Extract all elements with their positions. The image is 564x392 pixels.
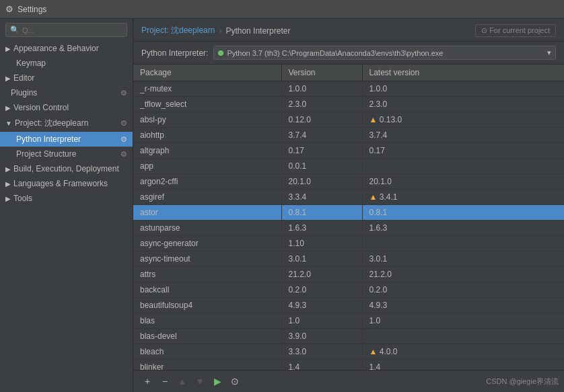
gear-icon-python-interpreter: ⚙	[120, 135, 127, 144]
sidebar-item-project[interactable]: ▼Project: 沈deeplearn ⚙	[0, 115, 133, 132]
table-row[interactable]: bleach3.3.0▲ 4.0.0	[133, 344, 564, 360]
interpreter-value: Python 3.7 (th3) C:\ProgramData\Anaconda…	[227, 49, 443, 57]
table-row[interactable]: backcall0.2.00.2.0	[133, 282, 564, 298]
table-row[interactable]: asgiref3.3.4▲ 3.4.1	[133, 190, 564, 205]
table-row[interactable]: blas-devel3.9.0	[133, 329, 564, 344]
cell-latest: 1.4	[362, 360, 564, 370]
cell-package: _r-mutex	[133, 81, 281, 97]
table-row[interactable]: blinker1.41.4	[133, 360, 564, 370]
table-row[interactable]: _tflow_select2.3.02.3.0	[133, 97, 564, 112]
cell-package: attrs	[133, 267, 281, 282]
table-row[interactable]: async-generator1.10	[133, 236, 564, 251]
packages-table: Package Version Latest version _r-mutex1…	[133, 65, 564, 370]
breadcrumb: Project: 沈deeplearn › Python Interpreter…	[133, 19, 564, 42]
table-row[interactable]: async-timeout3.0.13.0.1	[133, 251, 564, 267]
cell-version: 3.9.0	[281, 329, 362, 344]
settings-icon: ⚙	[5, 4, 13, 14]
cell-package: absl-py	[133, 112, 281, 128]
interpreter-label: Python Interpreter:	[141, 48, 208, 58]
col-header-version: Version	[281, 65, 362, 81]
cell-latest: 1.0.0	[362, 81, 564, 97]
table-row[interactable]: astunparse1.6.31.6.3	[133, 221, 564, 236]
chevron-down-icon: ▼	[5, 120, 12, 127]
add-package-button[interactable]: +	[140, 374, 155, 389]
remove-package-button[interactable]: −	[157, 374, 172, 389]
cell-version: 3.3.0	[281, 344, 362, 360]
table-header-row: Package Version Latest version	[133, 65, 564, 81]
cell-package: bleach	[133, 344, 281, 360]
sidebar-item-project-label: Project: 沈deeplearn	[15, 118, 88, 128]
run-button[interactable]: ▶	[210, 374, 225, 389]
cell-version: 1.4	[281, 360, 362, 370]
right-panel: Project: 沈deeplearn › Python Interpreter…	[133, 19, 564, 392]
chevron-right-icon-2: ▶	[5, 75, 11, 82]
cell-package: blas-devel	[133, 329, 281, 344]
table-row[interactable]: _r-mutex1.0.01.0.0	[133, 81, 564, 97]
cell-latest	[362, 236, 564, 251]
col-header-latest: Latest version	[362, 65, 564, 81]
cell-package: argon2-cffi	[133, 174, 281, 190]
sidebar-item-build-exec-label: Build, Execution, Deployment	[13, 164, 119, 173]
interpreter-select-left: Python 3.7 (th3) C:\ProgramData\Anaconda…	[218, 49, 443, 57]
cell-latest: ▲ 0.13.0	[362, 112, 564, 128]
sidebar-item-project-structure[interactable]: Project Structure ⚙	[0, 147, 133, 161]
chevron-right-icon: ▶	[5, 45, 11, 52]
gear-icon-project: ⚙	[120, 119, 127, 128]
cell-version: 4.9.3	[281, 298, 362, 313]
sidebar-item-editor[interactable]: ▶Editor	[0, 71, 133, 85]
cell-package: altgraph	[133, 143, 281, 159]
breadcrumb-project[interactable]: Project: 沈deeplearn	[141, 25, 215, 36]
for-current-project-button[interactable]: ⊙ For current project	[475, 24, 556, 37]
packages-tbody: _r-mutex1.0.01.0.0_tflow_select2.3.02.3.…	[133, 81, 564, 370]
chevron-right-icon-3: ▶	[5, 104, 11, 112]
sidebar-item-plugins[interactable]: Plugins ⚙	[0, 85, 133, 100]
table-row[interactable]: attrs21.2.021.2.0	[133, 267, 564, 282]
cell-latest	[362, 159, 564, 174]
cell-latest: 20.1.0	[362, 174, 564, 190]
sidebar-item-keymap-label: Keymap	[16, 58, 46, 68]
cell-latest	[362, 329, 564, 344]
packages-table-container[interactable]: Package Version Latest version _r-mutex1…	[133, 65, 564, 370]
sidebar-item-tools[interactable]: ▶Tools	[0, 191, 133, 206]
cell-package: blas	[133, 313, 281, 329]
chevron-right-icon-5: ▶	[5, 180, 11, 188]
title-bar: ⚙ Settings	[0, 0, 564, 19]
sidebar-item-project-structure-label: Project Structure	[16, 149, 76, 159]
sidebar-item-languages-label: Languages & Frameworks	[13, 179, 108, 188]
cell-package: blinker	[133, 360, 281, 370]
table-row[interactable]: absl-py0.12.0▲ 0.13.0	[133, 112, 564, 128]
cell-latest: 2.3.0	[362, 97, 564, 112]
interpreter-select[interactable]: Python 3.7 (th3) C:\ProgramData\Anaconda…	[213, 46, 556, 60]
table-row[interactable]: altgraph0.170.17	[133, 143, 564, 159]
table-row[interactable]: blas1.01.0	[133, 313, 564, 329]
breadcrumb-separator: ›	[219, 26, 221, 36]
table-row[interactable]: astor0.8.10.8.1	[133, 205, 564, 221]
sidebar-item-appearance-label: Appearance & Behavior	[13, 44, 99, 53]
table-row[interactable]: argon2-cffi20.1.020.1.0	[133, 174, 564, 190]
table-row[interactable]: app0.0.1	[133, 159, 564, 174]
cell-latest: ▲ 4.0.0	[362, 344, 564, 360]
cell-package: astunparse	[133, 221, 281, 236]
cell-version: 3.0.1	[281, 251, 362, 267]
sidebar-item-keymap[interactable]: Keymap	[0, 56, 133, 71]
sidebar-item-version-control[interactable]: ▶Version Control	[0, 100, 133, 115]
move-down-button[interactable]: ▼	[192, 374, 207, 389]
cell-version: 1.10	[281, 236, 362, 251]
table-row[interactable]: aiohttp3.7.43.7.4	[133, 128, 564, 143]
watermark: CSDN @giegie界清流	[486, 377, 559, 387]
cell-package: astor	[133, 205, 281, 221]
table-row[interactable]: beautifulsoup44.9.34.9.3	[133, 298, 564, 313]
cell-version: 0.8.1	[281, 205, 362, 221]
search-input[interactable]	[22, 26, 122, 34]
sidebar-item-appearance[interactable]: ▶Appearance & Behavior	[0, 41, 133, 56]
sidebar-item-languages[interactable]: ▶Languages & Frameworks	[0, 176, 133, 191]
settings-toolbar-button[interactable]: ⊙	[227, 374, 242, 389]
move-up-button[interactable]: ▲	[175, 374, 190, 389]
sidebar: 🔍 ▶Appearance & Behavior Keymap ▶Editor …	[0, 19, 133, 392]
sidebar-item-python-interpreter[interactable]: Python Interpreter ⚙	[0, 132, 133, 147]
interpreter-row: Python Interpreter: Python 3.7 (th3) C:\…	[133, 42, 564, 65]
cell-version: 2.3.0	[281, 97, 362, 112]
cell-package: aiohttp	[133, 128, 281, 143]
sidebar-item-build-exec[interactable]: ▶Build, Execution, Deployment	[0, 161, 133, 176]
sidebar-search-container[interactable]: 🔍	[5, 23, 127, 37]
